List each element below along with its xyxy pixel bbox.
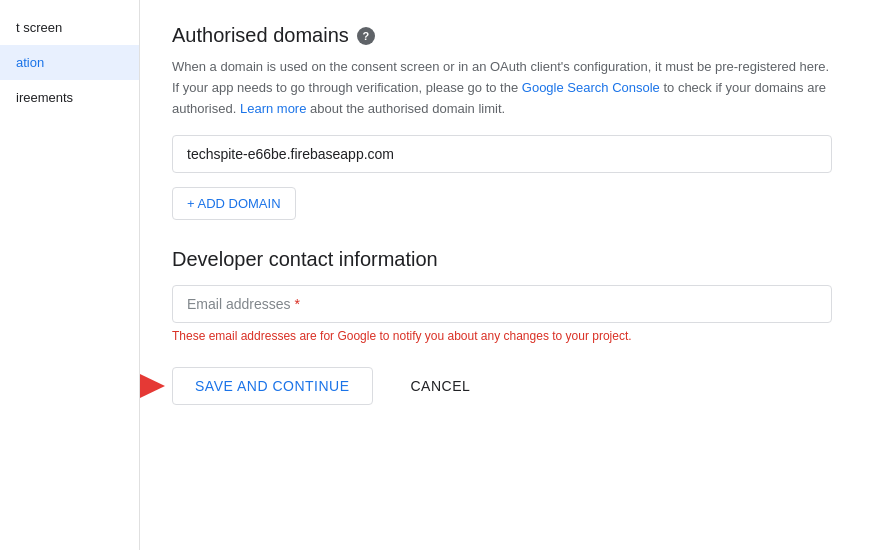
main-content: Authorised domains ? When a domain is us… — [140, 0, 883, 550]
button-row: SAVE AND CONTINUE CANCEL — [172, 367, 851, 405]
svg-marker-1 — [140, 374, 165, 398]
authorised-domains-title: Authorised domains — [172, 24, 349, 47]
sidebar-item-agreements[interactable]: ireements — [0, 80, 139, 115]
sidebar-item-ation[interactable]: ation — [0, 45, 139, 80]
google-search-console-link[interactable]: Google Search Console — [522, 80, 660, 95]
arrow-indicator — [140, 372, 165, 400]
email-label: Email addresses * — [187, 296, 300, 312]
required-marker: * — [294, 296, 299, 312]
learn-more-link[interactable]: Learn more — [240, 101, 306, 116]
email-hint: These email addresses are for Google to … — [172, 329, 832, 343]
sidebar-item-screen[interactable]: t screen — [0, 10, 139, 45]
help-icon[interactable]: ? — [357, 27, 375, 45]
desc-part3: about the authorised domain limit. — [306, 101, 505, 116]
sidebar: t screen ation ireements — [0, 0, 140, 550]
cancel-button[interactable]: CANCEL — [389, 368, 493, 404]
add-domain-label: + ADD DOMAIN — [187, 196, 281, 211]
authorised-domains-section: Authorised domains ? — [172, 24, 851, 47]
arrow-svg — [140, 372, 165, 400]
save-continue-button[interactable]: SAVE AND CONTINUE — [172, 367, 373, 405]
domain-input-field: techspite-e66be.firebaseapp.com — [172, 135, 832, 173]
authorised-domains-description: When a domain is used on the consent scr… — [172, 57, 832, 119]
email-input-wrapper: Email addresses * — [172, 285, 832, 323]
domain-value: techspite-e66be.firebaseapp.com — [187, 146, 394, 162]
developer-contact-title: Developer contact information — [172, 248, 851, 271]
add-domain-button[interactable]: + ADD DOMAIN — [172, 187, 296, 220]
